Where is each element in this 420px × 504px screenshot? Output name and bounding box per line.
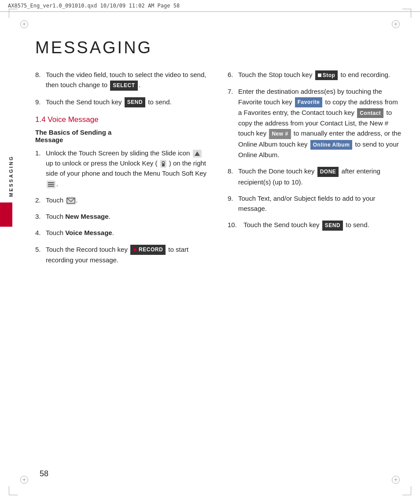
item-num: 10. — [228, 220, 243, 230]
send-key-2: SEND — [322, 221, 343, 231]
select-key: SELECT — [110, 81, 137, 91]
done-key: DONE — [317, 167, 339, 177]
online-album-key: Online Album — [310, 140, 353, 150]
item-num: 7. — [228, 86, 238, 160]
reg-mark-tr — [392, 20, 400, 28]
newnum-key: New # — [269, 129, 291, 139]
list-item: 7. Enter the destination address(es) by … — [228, 86, 402, 160]
sidebar-accent-bar — [0, 202, 12, 227]
list-item: 10. Touch the Send touch key SEND to sen… — [228, 220, 402, 230]
contact-key: Contact — [357, 108, 383, 118]
svg-rect-3 — [162, 163, 165, 166]
item-text: Touch the Done touch key DONE after ente… — [238, 166, 402, 187]
item-text: Enter the destination address(es) by tou… — [238, 86, 402, 160]
header-text: AX8575_Eng_ver1.0_091010.qxd 10/10/09 11… — [8, 3, 180, 9]
svg-rect-6 — [48, 184, 54, 185]
content-columns: 8. Touch the video field, touch to selec… — [35, 70, 402, 271]
up-arrow-icon — [193, 150, 202, 158]
item-num: 3. — [35, 211, 46, 221]
item-text: Touch . — [46, 195, 77, 205]
list-item: 2. Touch . — [35, 195, 210, 205]
svg-rect-7 — [48, 186, 54, 187]
reg-mark-tl — [20, 20, 28, 28]
list-item: 4. Touch Voice Message. — [35, 228, 210, 238]
item-text: Unlock the Touch Screen by sliding the S… — [46, 148, 210, 189]
list-item: 8. Touch the video field, touch to selec… — [35, 70, 210, 91]
favorite-key: Favorite — [295, 97, 323, 107]
record-key: RECORD — [130, 245, 166, 255]
page-number: 58 — [40, 469, 48, 478]
sidebar-label: MESSAGING — [8, 155, 14, 197]
envelope-icon — [66, 197, 75, 205]
item-num: 9. — [228, 193, 238, 214]
left-column: 8. Touch the video field, touch to selec… — [35, 70, 210, 271]
list-item: 5. Touch the Record touch key RECORD to … — [35, 244, 210, 265]
right-column: 6. Touch the Stop touch key Stop to end … — [228, 70, 402, 271]
stop-square-icon — [318, 74, 321, 77]
item-text: Touch the Send touch key SEND to send. — [243, 220, 369, 230]
subsection-heading: The Basics of Sending aMessage — [35, 129, 210, 143]
list-item: 6. Touch the Stop touch key Stop to end … — [228, 70, 402, 80]
reg-mark-bl — [20, 476, 28, 484]
item-num: 8. — [228, 166, 238, 187]
item-num: 6. — [228, 70, 238, 80]
item-num: 8. — [35, 70, 46, 91]
item-text: Touch the Record touch key RECORD to sta… — [46, 244, 210, 265]
item-num: 4. — [35, 228, 46, 238]
menu-icon — [47, 180, 55, 188]
item-text: Touch the Stop touch key Stop to end rec… — [238, 70, 390, 80]
item-text: Touch New Message. — [46, 211, 111, 221]
main-content: MESSAGING 8. Touch the video field, touc… — [35, 12, 402, 271]
list-item: 1. Unlock the Touch Screen by sliding th… — [35, 148, 210, 189]
section-heading: 1.4 Voice Message — [35, 115, 210, 124]
item-text: Touch the Send touch key SEND to send. — [46, 97, 172, 107]
item-num: 2. — [35, 195, 46, 205]
item-num: 1. — [35, 148, 46, 189]
item-num: 9. — [35, 97, 46, 107]
sidebar: MESSAGING — [0, 88, 22, 264]
item-text: Touch Voice Message. — [46, 228, 114, 238]
record-dot-icon — [133, 248, 136, 252]
page-title: MESSAGING — [35, 38, 402, 57]
header-bar: AX8575_Eng_ver1.0_091010.qxd 10/10/09 11… — [0, 0, 420, 12]
item-num: 5. — [35, 244, 46, 265]
list-item: 9. Touch the Send touch key SEND to send… — [35, 97, 210, 107]
list-item: 9. Touch Text, and/or Subject fields to … — [228, 193, 402, 214]
item-text: Touch Text, and/or Subject fields to add… — [238, 193, 402, 214]
list-item: 3. Touch New Message. — [35, 211, 210, 221]
reg-mark-br — [392, 476, 400, 484]
svg-rect-5 — [48, 182, 54, 183]
send-key: SEND — [125, 97, 145, 107]
item-text: Touch the video field, touch to select t… — [46, 70, 210, 91]
list-item: 8. Touch the Done touch key DONE after e… — [228, 166, 402, 187]
lock-icon — [160, 160, 166, 168]
stop-key: Stop — [315, 70, 338, 81]
